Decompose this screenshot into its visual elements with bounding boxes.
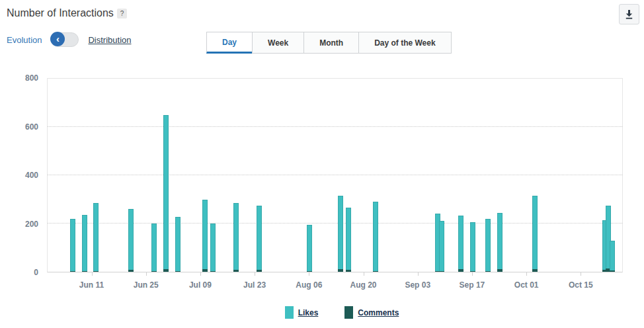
bar-comments[interactable]: [485, 271, 491, 272]
x-tick-mark: [309, 272, 309, 276]
y-tick-label: 400: [5, 170, 38, 181]
x-tick-label: Jun 11: [69, 280, 115, 290]
bar-comments[interactable]: [439, 271, 444, 272]
y-tick-label: 800: [5, 73, 38, 83]
x-tick-label: Jun 25: [123, 280, 169, 290]
distribution-link[interactable]: Distribution: [88, 35, 131, 45]
bar-likes[interactable]: [373, 202, 378, 272]
bar-comments[interactable]: [610, 270, 615, 272]
plot-area: [47, 78, 623, 272]
x-tick-label: Sep 17: [449, 280, 495, 290]
y-tick-label: 0: [5, 267, 38, 278]
chart-legend: Likes Comments: [20, 306, 644, 319]
bar-likes[interactable]: [128, 209, 134, 272]
bar-likes[interactable]: [458, 216, 463, 272]
tab-month[interactable]: Month: [303, 32, 359, 54]
bar-comments[interactable]: [163, 269, 169, 272]
tab-day[interactable]: Day: [206, 32, 253, 54]
bar-likes[interactable]: [151, 224, 157, 272]
bar-likes[interactable]: [307, 225, 312, 272]
bar-likes[interactable]: [346, 208, 351, 272]
chevron-left-icon: ‹: [50, 32, 65, 46]
page-title: Number of Interactions: [7, 7, 114, 19]
bar-likes[interactable]: [93, 203, 99, 272]
download-button[interactable]: [619, 4, 639, 24]
view-mode-controls: Evolution ‹ Distribution: [7, 32, 132, 47]
bar-likes[interactable]: [82, 215, 87, 272]
x-tick-mark: [364, 272, 364, 276]
bar-likes[interactable]: [497, 213, 503, 272]
bar-comments[interactable]: [470, 271, 475, 272]
bar-comments[interactable]: [82, 271, 87, 272]
granularity-tabs: Day Week Month Day of the Week: [207, 32, 452, 54]
evolution-link[interactable]: Evolution: [7, 35, 42, 45]
tab-week[interactable]: Week: [252, 32, 304, 54]
gridline: [48, 126, 622, 127]
x-tick-mark: [526, 272, 527, 276]
mode-toggle-switch[interactable]: ‹: [51, 32, 79, 47]
x-tick-mark: [472, 272, 473, 276]
bar-comments[interactable]: [458, 269, 463, 272]
bar-likes[interactable]: [485, 219, 491, 272]
x-tick-mark: [92, 272, 93, 276]
x-tick-mark: [255, 272, 255, 276]
x-tick-label: Jul 09: [177, 280, 223, 290]
bar-comments[interactable]: [532, 269, 538, 272]
legend-item-likes[interactable]: Likes: [285, 306, 319, 319]
bar-likes[interactable]: [175, 217, 181, 272]
gridline: [48, 175, 622, 175]
y-tick-label: 200: [5, 219, 38, 229]
bar-likes[interactable]: [439, 221, 444, 272]
bar-comments[interactable]: [373, 271, 378, 272]
bar-likes[interactable]: [163, 115, 169, 272]
bar-likes[interactable]: [532, 196, 538, 272]
x-tick-mark: [200, 272, 201, 276]
x-tick-mark: [418, 272, 419, 276]
interactions-widget: Number of Interactions ? Evolution ‹ Dis…: [0, 0, 644, 328]
bar-likes[interactable]: [70, 219, 75, 272]
x-tick-label: Oct 01: [503, 280, 549, 290]
bar-comments[interactable]: [346, 270, 351, 272]
help-icon[interactable]: ?: [117, 9, 127, 19]
likes-swatch: [285, 306, 294, 319]
bar-likes[interactable]: [233, 203, 239, 272]
tab-day-of-week[interactable]: Day of the Week: [358, 32, 451, 54]
x-tick-label: Aug 20: [341, 280, 387, 290]
bar-likes[interactable]: [338, 196, 343, 272]
y-tick-label: 600: [5, 122, 38, 132]
legend-item-comments[interactable]: Comments: [344, 306, 399, 319]
bar-likes[interactable]: [202, 200, 208, 272]
bar-likes[interactable]: [210, 224, 216, 272]
bar-comments[interactable]: [175, 271, 181, 272]
bar-comments[interactable]: [151, 271, 157, 272]
bar-comments[interactable]: [257, 270, 262, 272]
bar-comments[interactable]: [128, 270, 134, 272]
x-tick-label: Oct 15: [557, 280, 604, 290]
bar-comments[interactable]: [210, 271, 216, 272]
x-tick-label: Aug 06: [286, 280, 332, 290]
bar-comments[interactable]: [202, 269, 208, 272]
x-tick-label: Jul 23: [231, 280, 278, 290]
bar-comments[interactable]: [307, 271, 312, 272]
bar-likes[interactable]: [610, 241, 615, 272]
bar-likes[interactable]: [257, 206, 262, 272]
bar-likes[interactable]: [470, 222, 475, 272]
bar-comments[interactable]: [233, 270, 239, 272]
bar-comments[interactable]: [338, 269, 343, 272]
legend-label: Likes: [298, 308, 319, 317]
bar-comments[interactable]: [70, 271, 75, 272]
x-tick-label: Sep 03: [395, 280, 441, 290]
download-icon: [624, 9, 634, 20]
bar-comments[interactable]: [497, 269, 503, 272]
x-tick-mark: [581, 272, 581, 276]
x-tick-mark: [146, 272, 147, 276]
comments-swatch: [344, 306, 353, 319]
bar-comments[interactable]: [93, 271, 99, 272]
legend-label: Comments: [358, 308, 399, 317]
